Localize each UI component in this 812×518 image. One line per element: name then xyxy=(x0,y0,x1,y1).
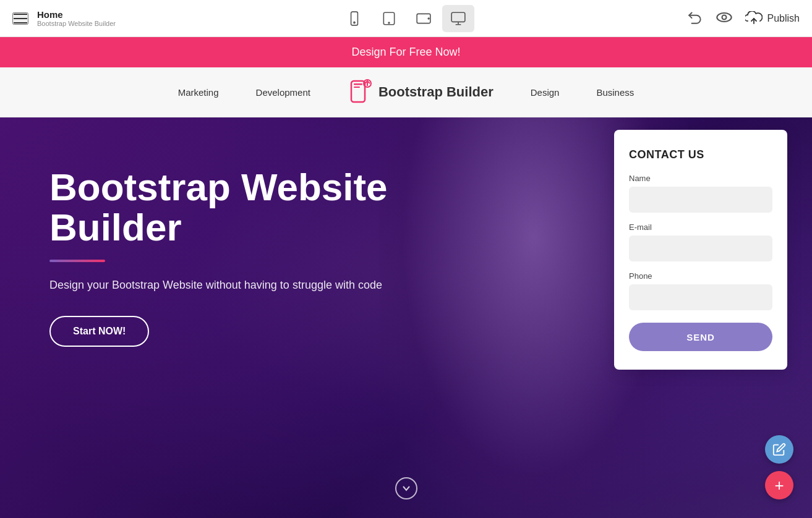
scroll-down-button[interactable] xyxy=(395,477,417,499)
undo-button[interactable] xyxy=(687,9,703,28)
phone-field-group: Phone xyxy=(629,271,772,310)
contact-form-card: CONTACT US Name E-mail Phone SEND xyxy=(614,130,787,370)
page-subtitle: Bootstrap Website Builder xyxy=(37,20,116,27)
site-logo[interactable]: Bootstrap Builder xyxy=(348,79,494,106)
svg-rect-10 xyxy=(354,83,362,85)
desktop-view-button[interactable] xyxy=(442,5,474,32)
toolbar: Home Bootstrap Website Builder xyxy=(0,0,812,37)
name-input[interactable] xyxy=(629,187,772,213)
hero-divider xyxy=(49,260,105,262)
hero-section: Bootstrap Website Builder Design your Bo… xyxy=(0,117,812,518)
start-now-button[interactable]: Start NOW! xyxy=(49,316,149,347)
name-field-group: Name xyxy=(629,174,772,213)
email-field-group: E-mail xyxy=(629,223,772,261)
hero-title: Bootstrap Website Builder xyxy=(49,167,396,247)
mobile-view-button[interactable] xyxy=(338,5,370,32)
fab-container: + xyxy=(765,435,793,499)
promo-text: Design For Free Now! xyxy=(351,46,460,58)
phone-label: Phone xyxy=(629,271,772,281)
send-button[interactable]: SEND xyxy=(629,323,772,351)
nav-item-marketing[interactable]: Marketing xyxy=(178,87,219,98)
promo-banner[interactable]: Design For Free Now! xyxy=(0,37,812,67)
svg-rect-6 xyxy=(451,12,465,22)
publish-button[interactable]: Publish xyxy=(745,11,800,26)
contact-form-title: CONTACT US xyxy=(629,148,772,161)
preview-button[interactable] xyxy=(716,9,733,28)
toolbar-title: Home Bootstrap Website Builder xyxy=(37,9,116,27)
name-label: Name xyxy=(629,174,772,183)
nav-item-business[interactable]: Business xyxy=(596,87,634,98)
edit-fab-button[interactable] xyxy=(765,435,793,464)
device-switcher xyxy=(338,5,474,32)
toolbar-right: Publish xyxy=(687,9,800,28)
add-fab-button[interactable]: + xyxy=(765,471,793,499)
tablet-landscape-view-button[interactable] xyxy=(408,5,440,32)
nav-item-design[interactable]: Design xyxy=(531,87,560,98)
hamburger-button[interactable] xyxy=(12,12,28,25)
plus-icon: + xyxy=(774,476,784,495)
hero-content: Bootstrap Website Builder Design your Bo… xyxy=(49,167,396,347)
toolbar-left: Home Bootstrap Website Builder xyxy=(12,9,116,27)
svg-point-3 xyxy=(388,22,390,23)
svg-point-7 xyxy=(717,13,731,22)
svg-rect-11 xyxy=(354,87,360,88)
email-label: E-mail xyxy=(629,223,772,232)
svg-point-8 xyxy=(722,15,726,20)
site-nav: Marketing Development Bootstrap Builder … xyxy=(0,67,812,117)
publish-label: Publish xyxy=(767,13,800,24)
tablet-view-button[interactable] xyxy=(373,5,405,32)
svg-point-1 xyxy=(353,22,354,23)
hero-subtitle: Design your Bootstrap Website without ha… xyxy=(49,277,396,294)
phone-input[interactable] xyxy=(629,284,772,310)
email-input[interactable] xyxy=(629,236,772,261)
svg-point-5 xyxy=(428,18,429,19)
logo-text: Bootstrap Builder xyxy=(378,84,494,100)
nav-item-development[interactable]: Development xyxy=(256,87,310,98)
page-title: Home xyxy=(37,9,116,20)
